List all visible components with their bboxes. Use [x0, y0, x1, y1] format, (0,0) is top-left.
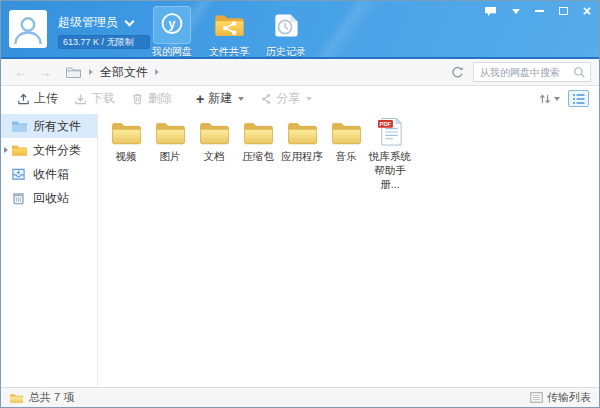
- storage-quota-text: 613.77 K / 无限制: [59, 36, 134, 49]
- share-button[interactable]: 分享: [254, 88, 318, 109]
- tab-my-drive[interactable]: y 我的网盘: [148, 6, 196, 59]
- user-menu[interactable]: 超级管理员: [58, 14, 133, 31]
- window-controls: ×: [484, 5, 591, 17]
- sidebar-item-inbox[interactable]: 收件箱: [1, 162, 97, 186]
- main-tabs: y 我的网盘 文件共享: [148, 6, 310, 59]
- root-folder-icon[interactable]: [65, 65, 82, 79]
- recycle-bin-icon: [11, 191, 28, 205]
- yellow-folder-icon: [11, 143, 28, 157]
- item-count: 总共 7 项: [29, 390, 74, 405]
- mini-folder-icon: [9, 392, 24, 404]
- folder-icon: [110, 115, 143, 147]
- chevron-down-icon: [125, 16, 135, 26]
- sort-arrows-icon: [538, 92, 552, 106]
- user-icon: [9, 10, 47, 48]
- my-drive-icon: y: [153, 6, 191, 44]
- sort-button[interactable]: [538, 92, 560, 106]
- search-box: [473, 62, 591, 82]
- app-window: 超级管理员 613.77 K / 无限制 y 我的网盘: [0, 0, 600, 408]
- sidebar-item-file-category[interactable]: 文件分类: [1, 138, 97, 162]
- file-name: 应用程序: [281, 149, 323, 163]
- upload-icon: [17, 92, 30, 105]
- download-icon: [74, 92, 87, 105]
- nav-right-group: [450, 62, 591, 82]
- close-button[interactable]: ×: [583, 5, 591, 17]
- feedback-message-icon[interactable]: [484, 5, 497, 17]
- file-item-folder[interactable]: 视频: [104, 115, 148, 192]
- file-item-folder[interactable]: 应用程序: [280, 115, 324, 192]
- navigation-bar: ← → 全部文件: [1, 59, 599, 86]
- forward-button[interactable]: →: [33, 64, 57, 80]
- share-label: 分享: [276, 90, 300, 107]
- upload-button[interactable]: 上传: [11, 88, 64, 109]
- new-button[interactable]: + 新建: [190, 88, 250, 109]
- status-left: 总共 7 项: [9, 390, 74, 405]
- download-button[interactable]: 下载: [68, 88, 121, 109]
- file-name: 视频: [116, 149, 137, 163]
- transfer-list-label: 传输列表: [547, 390, 591, 405]
- file-grid: 视频 图片 文档 压缩包: [98, 111, 599, 387]
- maximize-button[interactable]: [559, 5, 568, 17]
- sidebar-item-all-files[interactable]: 所有文件: [1, 114, 97, 138]
- search-input[interactable]: [480, 67, 573, 78]
- storage-quota-bar: 613.77 K / 无限制: [58, 35, 150, 49]
- tab-label: 我的网盘: [152, 45, 192, 59]
- history-clock-icon: [267, 6, 305, 44]
- file-item-pdf[interactable]: PDF 悦库系统帮助手册...: [368, 115, 412, 192]
- caret-down-icon: [238, 97, 244, 101]
- expand-arrow-icon[interactable]: [4, 147, 8, 153]
- trash-icon: [131, 92, 144, 105]
- inbox-icon: [11, 167, 28, 181]
- sidebar-item-label: 回收站: [33, 190, 69, 207]
- share-icon: [260, 93, 272, 105]
- avatar[interactable]: [9, 10, 47, 48]
- file-item-folder[interactable]: 图片: [148, 115, 192, 192]
- download-label: 下载: [91, 90, 115, 107]
- back-button[interactable]: ←: [9, 64, 33, 80]
- file-name: 图片: [160, 149, 181, 163]
- blue-folder-icon: [11, 119, 28, 133]
- folder-icon: [198, 115, 231, 147]
- breadcrumb-location[interactable]: 全部文件: [100, 64, 148, 81]
- folder-icon: [242, 115, 275, 147]
- file-name: 压缩包: [242, 149, 274, 163]
- toolbar-right-group: [538, 90, 589, 107]
- tab-label: 文件共享: [209, 45, 249, 59]
- svg-text:PDF: PDF: [379, 121, 391, 127]
- caret-down-icon: [306, 97, 312, 101]
- tab-file-share[interactable]: 文件共享: [205, 6, 253, 59]
- sidebar-item-label: 收件箱: [33, 166, 69, 183]
- file-name: 悦库系统帮助手册...: [368, 149, 412, 192]
- breadcrumb-separator-icon: [155, 69, 159, 75]
- delete-button[interactable]: 删除: [125, 88, 178, 109]
- pdf-file-icon: PDF: [377, 115, 404, 147]
- folder-icon: [330, 115, 363, 147]
- caret-down-icon: [554, 97, 560, 101]
- list-view-button[interactable]: [568, 90, 589, 107]
- sidebar: 所有文件 文件分类: [1, 111, 98, 387]
- tab-label: 历史记录: [266, 45, 306, 59]
- main-menu-icon[interactable]: [512, 5, 520, 17]
- tab-history[interactable]: 历史记录: [262, 6, 310, 59]
- file-name: 文档: [204, 149, 225, 163]
- file-item-folder[interactable]: 压缩包: [236, 115, 280, 192]
- folder-icon: [286, 115, 319, 147]
- file-item-folder[interactable]: 音乐: [324, 115, 368, 192]
- refresh-icon[interactable]: [450, 65, 465, 80]
- file-item-folder[interactable]: 文档: [192, 115, 236, 192]
- transfer-list-button[interactable]: 传输列表: [530, 390, 591, 405]
- sidebar-item-label: 所有文件: [33, 118, 81, 135]
- share-folder-icon: [210, 6, 248, 44]
- upload-label: 上传: [34, 90, 58, 107]
- header: 超级管理员 613.77 K / 无限制 y 我的网盘: [1, 1, 599, 59]
- username: 超级管理员: [58, 14, 118, 31]
- content-area: 所有文件 文件分类: [1, 111, 599, 387]
- status-bar: 总共 7 项 传输列表: [1, 387, 599, 407]
- minimize-button[interactable]: [535, 5, 544, 17]
- folder-icon: [154, 115, 187, 147]
- sidebar-item-recycle-bin[interactable]: 回收站: [1, 186, 97, 210]
- plus-icon: +: [196, 94, 204, 104]
- svg-text:y: y: [169, 17, 176, 31]
- list-view-icon: [572, 93, 586, 105]
- search-icon[interactable]: [573, 66, 586, 79]
